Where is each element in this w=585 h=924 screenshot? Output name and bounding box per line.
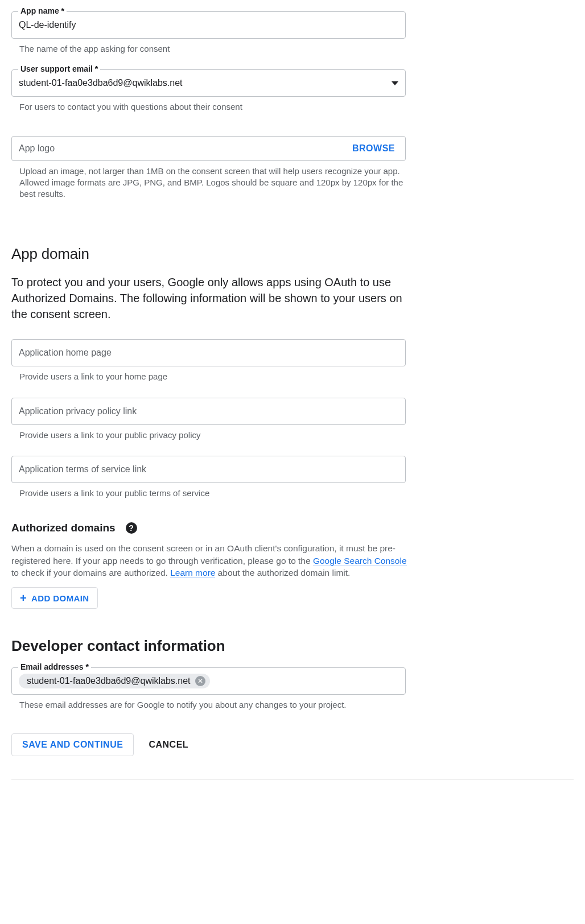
add-domain-button[interactable]: + ADD DOMAIN xyxy=(11,587,98,609)
bottom-divider xyxy=(11,779,574,779)
tos-placeholder: Application terms of service link xyxy=(19,464,146,475)
action-row: SAVE AND CONTINUE CANCEL xyxy=(11,733,574,756)
app-logo-placeholder: App logo xyxy=(19,143,55,154)
help-icon[interactable]: ? xyxy=(126,522,137,534)
home-page-input[interactable]: Application home page xyxy=(11,339,406,366)
developer-contact-title: Developer contact information xyxy=(11,637,574,655)
chevron-down-icon xyxy=(392,81,398,85)
dev-email-label: Email addresses * xyxy=(18,662,91,671)
app-logo-helper: Upload an image, not larger than 1MB on … xyxy=(19,166,406,200)
support-email-helper: For users to contact you with questions … xyxy=(19,101,406,113)
cancel-button[interactable]: CANCEL xyxy=(149,740,188,750)
app-name-helper: The name of the app asking for consent xyxy=(19,43,406,55)
app-domain-intro: To protect you and your users, Google on… xyxy=(11,274,406,322)
auth-desc-mid: to check if your domains are authorized. xyxy=(11,568,170,578)
home-page-field: Application home page xyxy=(11,339,574,366)
add-domain-label: ADD DOMAIN xyxy=(31,593,89,603)
authorized-domains-desc: When a domain is used on the consent scr… xyxy=(11,542,410,579)
tos-input[interactable]: Application terms of service link xyxy=(11,456,406,483)
plus-icon: + xyxy=(20,592,27,604)
app-name-value: QL-de-identify xyxy=(19,20,76,30)
tos-field: Application terms of service link xyxy=(11,456,574,483)
privacy-helper: Provide users a link to your public priv… xyxy=(19,430,406,441)
privacy-placeholder: Application privacy policy link xyxy=(19,406,137,416)
authorized-domains-title: Authorized domains xyxy=(11,522,116,534)
support-email-value: student-01-faa0e3dba6d9@qwiklabs.net xyxy=(19,78,183,88)
privacy-input[interactable]: Application privacy policy link xyxy=(11,398,406,425)
privacy-field: Application privacy policy link xyxy=(11,398,574,425)
app-name-label: App name * xyxy=(18,6,67,15)
app-name-field: App name * QL-de-identify xyxy=(11,11,574,39)
learn-more-link[interactable]: Learn more xyxy=(170,568,215,578)
browse-button[interactable]: BROWSE xyxy=(352,143,395,154)
email-chip: student-01-faa0e3dba6d9@qwiklabs.net ✕ xyxy=(19,674,210,688)
dev-email-helper: These email addresses are for Google to … xyxy=(19,699,406,711)
dev-email-input[interactable]: student-01-faa0e3dba6d9@qwiklabs.net ✕ xyxy=(11,667,406,695)
app-logo-input[interactable]: App logo BROWSE xyxy=(11,136,406,161)
authorized-domains-heading: Authorized domains ? xyxy=(11,522,574,534)
chip-remove-icon[interactable]: ✕ xyxy=(195,676,205,686)
dev-email-field: Email addresses * student-01-faa0e3dba6d… xyxy=(11,667,574,695)
app-logo-field: App logo BROWSE xyxy=(11,136,574,161)
app-name-input[interactable]: QL-de-identify xyxy=(11,11,406,39)
app-domain-title: App domain xyxy=(11,245,574,263)
auth-desc-post: about the authorized domain limit. xyxy=(215,568,350,578)
support-email-field: User support email * student-01-faa0e3db… xyxy=(11,69,574,97)
email-chip-text: student-01-faa0e3dba6d9@qwiklabs.net xyxy=(27,676,191,686)
tos-helper: Provide users a link to your public term… xyxy=(19,488,406,499)
support-email-label: User support email * xyxy=(18,64,100,73)
home-page-helper: Provide users a link to your home page xyxy=(19,371,406,382)
save-and-continue-button[interactable]: SAVE AND CONTINUE xyxy=(11,733,134,756)
support-email-select[interactable]: student-01-faa0e3dba6d9@qwiklabs.net xyxy=(11,69,406,97)
home-page-placeholder: Application home page xyxy=(19,348,112,358)
google-search-console-link[interactable]: Google Search Console xyxy=(313,556,407,566)
